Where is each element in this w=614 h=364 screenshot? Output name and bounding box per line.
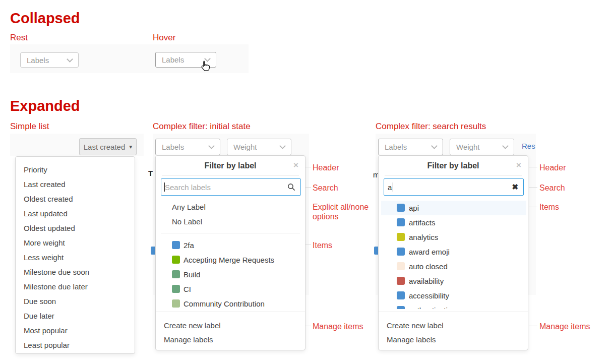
section-title-expanded: Expanded xyxy=(10,98,80,114)
label-search-input[interactable] xyxy=(161,179,287,195)
menu-item[interactable]: Least popular xyxy=(24,338,70,352)
menu-item[interactable]: Last created xyxy=(24,177,66,192)
background-text-fragment: T xyxy=(148,169,153,177)
label-option[interactable]: Community Contribution xyxy=(172,296,305,311)
simple-list-dropdown-panel: Priority Last created Oldest created Las… xyxy=(15,156,135,354)
label-option-name: Build xyxy=(183,267,200,282)
label-option[interactable]: 2fa xyxy=(172,238,305,253)
label-color-swatch xyxy=(172,241,180,249)
label-search-field[interactable] xyxy=(161,178,301,196)
menu-item[interactable]: Milestone due later xyxy=(24,279,88,294)
annotation-search: Search xyxy=(313,183,338,193)
annotation-explicit-options: Explicit all/none options xyxy=(313,202,378,221)
label-color-swatch xyxy=(397,204,405,212)
annotation-search: Search xyxy=(539,183,565,193)
background-label-chip-fragment xyxy=(151,247,155,255)
menu-item[interactable]: Due soon xyxy=(24,294,56,309)
weight-filter-dropdown[interactable]: Weight xyxy=(450,139,514,155)
menu-item-no-label[interactable]: No Label xyxy=(172,214,202,229)
manage-labels-link[interactable]: Manage labels xyxy=(387,332,436,347)
annotation-connector-line xyxy=(529,167,537,167)
label-option-name: analytics xyxy=(409,230,438,245)
menu-item[interactable]: Most popular xyxy=(24,323,68,338)
chevron-down-icon xyxy=(208,143,215,149)
clear-search-icon[interactable]: ✖ xyxy=(512,183,518,192)
labels-filter-dropdown-label: Labels xyxy=(162,143,184,151)
menu-item[interactable]: Priority xyxy=(24,162,47,177)
label-option[interactable]: Accepting Merge Requests xyxy=(172,253,305,267)
label-option-name: artifacts xyxy=(409,215,436,230)
label-option[interactable]: artifacts xyxy=(397,215,528,230)
menu-item[interactable]: Due later xyxy=(24,309,54,323)
menu-item[interactable]: Less weight xyxy=(24,250,64,265)
divider xyxy=(161,233,300,233)
sort-dropdown-button[interactable]: Last created ▾ xyxy=(79,138,137,155)
chevron-down-icon xyxy=(502,143,509,149)
menu-item[interactable]: Last updated xyxy=(24,206,68,221)
labels-dropdown-hover-label: Labels xyxy=(162,55,184,64)
weight-filter-dropdown[interactable]: Weight xyxy=(227,139,291,155)
label-option-name: Community Contribution xyxy=(183,296,265,311)
label-option-name: availability xyxy=(409,274,444,288)
labels-filter-dropdown[interactable]: Labels xyxy=(378,139,443,155)
hand-cursor-icon xyxy=(200,60,211,73)
design-spec-page: Collapsed Rest Hover Labels Labels Expan… xyxy=(0,0,614,364)
chevron-down-icon xyxy=(279,143,286,149)
label-color-swatch xyxy=(172,270,180,278)
annotation-manage-items: Manage items xyxy=(313,322,363,331)
menu-item-any-label[interactable]: Any Label xyxy=(172,200,206,214)
sort-dropdown-label: Last created xyxy=(84,143,126,151)
labels-filter-dropdown[interactable]: Labels xyxy=(155,139,220,155)
menu-item[interactable]: Oldest updated xyxy=(24,221,75,235)
label-option-clipped[interactable]: authentication xyxy=(397,303,528,309)
label-option[interactable]: CI xyxy=(172,282,305,296)
background-label-chip-fragment xyxy=(374,247,378,255)
annotation-connector-line xyxy=(529,326,537,326)
label-option-name: auto closed xyxy=(409,259,448,274)
label-search-input[interactable] xyxy=(384,179,512,195)
subtitle-complex-search: Complex filter: search results xyxy=(376,122,486,132)
label-option-name: api xyxy=(409,201,419,215)
background-text-fragment: m xyxy=(373,171,378,178)
label-option-name: award emoji xyxy=(409,245,450,259)
search-icon xyxy=(287,183,295,191)
label-option[interactable]: availability xyxy=(397,274,528,288)
panel-title: Filter by label xyxy=(379,156,528,175)
label-option[interactable]: accessibility xyxy=(397,288,528,303)
menu-item[interactable]: Milestone due soon xyxy=(24,265,89,279)
menu-item[interactable]: More weight xyxy=(24,235,65,250)
create-new-label-link[interactable]: Create new label xyxy=(164,318,221,333)
label-color-swatch xyxy=(397,218,405,226)
manage-labels-link[interactable]: Manage labels xyxy=(164,332,213,347)
label-option[interactable]: Build xyxy=(172,267,305,282)
label-option-name: 2fa xyxy=(183,238,194,253)
annotation-manage-items: Manage items xyxy=(539,322,590,331)
label-option-name: authentication xyxy=(409,303,456,309)
state-label-rest: Rest xyxy=(10,33,28,43)
label-color-swatch xyxy=(397,291,405,299)
divider xyxy=(162,175,299,176)
weight-filter-dropdown-label: Weight xyxy=(456,143,479,151)
label-color-swatch xyxy=(172,299,180,308)
label-option[interactable]: auto closed xyxy=(397,259,528,274)
label-color-swatch xyxy=(397,233,405,241)
menu-item[interactable]: Oldest created xyxy=(24,192,73,206)
chevron-down-icon xyxy=(431,143,438,149)
subtitle-simple-list: Simple list xyxy=(10,122,49,132)
close-icon[interactable]: × xyxy=(516,160,521,170)
annotation-items: Items xyxy=(313,240,332,250)
close-icon[interactable]: × xyxy=(293,160,298,170)
weight-filter-dropdown-label: Weight xyxy=(233,143,257,151)
label-filter-panel-initial: Filter by label × Any Label No Label 2fa… xyxy=(155,155,305,350)
label-option[interactable]: analytics xyxy=(397,230,528,245)
panel-title: Filter by label xyxy=(156,156,305,175)
chevron-down-icon xyxy=(67,56,73,63)
labels-dropdown-rest[interactable]: Labels xyxy=(20,52,79,68)
clipped-link[interactable]: Res xyxy=(522,142,536,151)
label-search-field[interactable]: ✖ xyxy=(384,178,524,196)
label-color-swatch xyxy=(397,306,405,309)
divider xyxy=(156,312,305,312)
label-option[interactable]: api xyxy=(397,201,528,215)
label-option[interactable]: award emoji xyxy=(397,245,528,259)
create-new-label-link[interactable]: Create new label xyxy=(387,318,444,333)
